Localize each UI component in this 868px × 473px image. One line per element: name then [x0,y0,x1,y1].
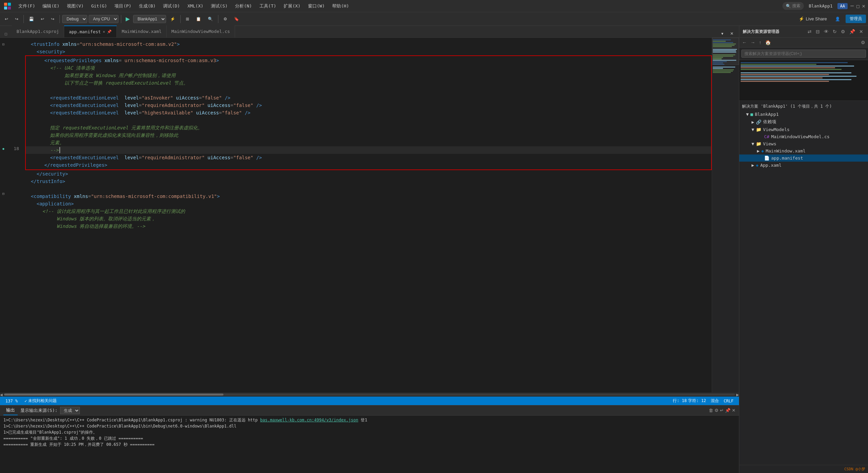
search-input[interactable] [741,50,866,58]
menu-project[interactable]: 项目(P) [111,2,134,11]
output-clear-btn[interactable]: 🗑 [709,408,713,413]
tab-viewmodel[interactable]: MainWindowViewModel.cs [167,25,235,37]
toolbar-extra2[interactable]: 📋 [193,15,204,23]
pin-panel-btn[interactable]: 📌 [848,28,856,35]
tab-manifest-label: app.manifest [69,29,101,34]
aa-button[interactable]: AA [837,3,848,9]
menu-window[interactable]: 窗口(W) [305,2,328,11]
tab-manifest[interactable]: app.manifest ✕ 📌 [64,25,117,37]
redo-btn[interactable]: ↪ [48,15,57,23]
line-ending[interactable]: CRLF [722,398,736,404]
project-select[interactable]: BlankApp1 [133,15,166,23]
scrollbar-thumb[interactable] [4,394,223,396]
horizontal-scrollbar[interactable]: ◀ ▶ [0,393,739,397]
attach-btn[interactable]: ⚡ [167,15,178,23]
output-source-label: 显示输出来源(S): [20,407,57,414]
menu-file[interactable]: 文件(F) [15,2,38,11]
liveshare-btn[interactable]: ⚡ Live Share [796,15,830,23]
code-line: <!-- UAC 清单选项 [26,64,711,72]
encoding-info[interactable]: 混合 [709,398,721,404]
refresh-btn[interactable]: ↻ [831,28,838,35]
output-tab[interactable]: 输出 [3,406,18,415]
fold-btn-2[interactable]: ● [0,145,7,152]
menu-edit[interactable]: 编辑(E) [39,2,62,11]
tree-item-views[interactable]: ▼ 📁 Views [739,140,868,147]
tab-csproj[interactable]: BlankApp1.csproj [12,25,64,37]
close-all-btn[interactable]: ✕ [727,30,736,37]
tree-item-viewmodels[interactable]: ▼ 📁 ViewModels [739,126,868,133]
admin-btn[interactable]: 管理员 [846,15,866,23]
viewmodels-label: ViewModels [763,127,790,132]
menu-git[interactable]: Git(G) [88,2,110,10]
toolbar-extra5[interactable]: 🔖 [231,15,242,23]
collapse-btn[interactable]: ⊟ [814,28,821,35]
scroll-right-btn[interactable]: ▶ [736,393,739,397]
profile-btn[interactable]: 👤 [832,15,843,23]
output-source-select[interactable]: 生成 [60,407,80,414]
code-line: <application> [25,200,712,207]
output-wrap-btn[interactable]: ↵ [720,408,724,413]
code-line [25,185,712,193]
tab-manifest-close[interactable]: ✕ [103,30,105,34]
se-back-btn[interactable]: ← [741,39,748,46]
line-info[interactable]: 行: 18 字符: 12 [671,398,708,404]
manifest-label: app.manifest [771,156,803,161]
se-home-btn[interactable]: 🏠 [764,39,772,46]
fold-btn-1[interactable]: ⊟ [0,40,7,48]
output-panel: 输出 显示输出来源(S): 生成 🗑 ⚙ ↵ 📌 ✕ 1>C:\Users\he… [0,405,739,473]
debug-config-select[interactable]: Debug [62,15,87,23]
code-editor[interactable]: <trustInfo xmlns = "urn:schemas-microsof… [22,38,712,393]
tree-item-mainwindow[interactable]: ▶ ◈ MainWindow.xaml [739,147,868,154]
line-ending-value: CRLF [724,399,734,403]
menu-build[interactable]: 生成(B) [135,2,159,11]
se-settings-btn[interactable]: ⚙ [860,39,867,46]
menu-tools[interactable]: 工具(T) [256,2,279,11]
run-btn[interactable]: ▶ [124,14,132,23]
se-forward-btn[interactable]: → [749,39,757,46]
menu-test[interactable]: 测试(S) [207,2,231,11]
filter-btn[interactable]: ⚙ [839,28,847,35]
menu-help[interactable]: 帮助(H) [329,2,352,11]
se-up-btn[interactable]: ↑ [758,39,763,46]
toolbar-extra4[interactable]: ⚙ [221,15,230,23]
minimize-btn[interactable]: ─ [850,3,854,9]
close-panel-btn[interactable]: ✕ [858,28,865,35]
sync-btn[interactable]: ⇄ [806,28,813,35]
tree-item-blankapp1[interactable]: ▼ ■ BlankApp1 [739,111,868,118]
menu-view[interactable]: 视图(V) [64,2,87,11]
forward-btn[interactable]: ↪ [12,15,21,23]
tree-item-dependencies[interactable]: ▶ 🔗 依赖项 [739,118,868,126]
show-all-btn[interactable]: 👁 [822,28,830,35]
tree-item-manifest[interactable]: 📄 app.manifest [739,154,868,162]
tab-mainwindow[interactable]: MainWindow.xaml [117,25,166,37]
tab-list-btn[interactable]: ▾ [719,30,726,37]
maximize-btn[interactable]: □ [856,3,859,9]
output-close-btn[interactable]: ✕ [732,408,736,413]
menu-debug[interactable]: 调试(D) [160,2,183,11]
close-btn[interactable]: ✕ [862,3,865,9]
output-link[interactable]: bas.maxwell-kb.com.cn:4994/v3/index.json [260,418,358,422]
back-btn[interactable]: ↩ [2,15,11,23]
tree-item-viewmodel-file[interactable]: C# MainWindowViewModel.cs [739,133,868,140]
zoom-level[interactable]: 137 % [3,399,20,403]
status-indicator[interactable]: ✓ 未找到相关问题 [22,398,59,404]
collapse-panel-btn[interactable]: □ [2,31,10,37]
code-line: </security> [25,170,712,178]
save-btn[interactable]: 💾 [26,15,37,23]
output-pin-btn[interactable]: 📌 [725,408,730,413]
scroll-left-btn[interactable]: ◀ [0,393,3,397]
output-line: 1>C:\Users\hezexi\Desktop\C++\C++ CodePr… [3,417,736,423]
tree-item-appxaml[interactable]: ▶ ◈ App.xaml [739,162,868,169]
toolbar-extra1[interactable]: ⊞ [183,15,192,23]
menu-xml[interactable]: XML(X) [184,2,207,10]
menu-analyze[interactable]: 分析(N) [232,2,255,11]
undo-btn[interactable]: ↩ [38,15,47,23]
menu-extensions[interactable]: 扩展(X) [280,2,304,11]
output-content[interactable]: 1>C:\Users\hezexi\Desktop\C++\C++ CodePr… [0,416,739,473]
fold-btn-3[interactable]: ⊟ [0,190,7,197]
output-filter-btn[interactable]: ⚙ [715,408,719,413]
toolbar-extra3[interactable]: 🔍 [205,15,216,23]
platform-select[interactable]: Any CPU [89,15,119,23]
tab-manifest-pin[interactable]: 📌 [107,30,112,34]
code-line: <!-- 设计此应用程序与其一起工作且已针对此应用程序进行测试的 [25,207,712,215]
